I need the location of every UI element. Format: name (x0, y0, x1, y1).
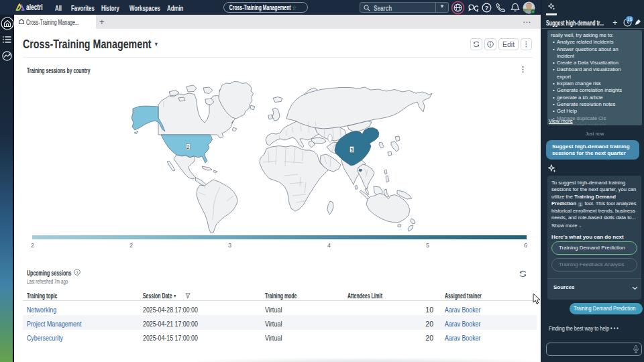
svg-text:3: 3 (76, 270, 78, 275)
svg-text:5: 5 (351, 147, 354, 152)
svg-text:2: 2 (187, 145, 190, 149)
